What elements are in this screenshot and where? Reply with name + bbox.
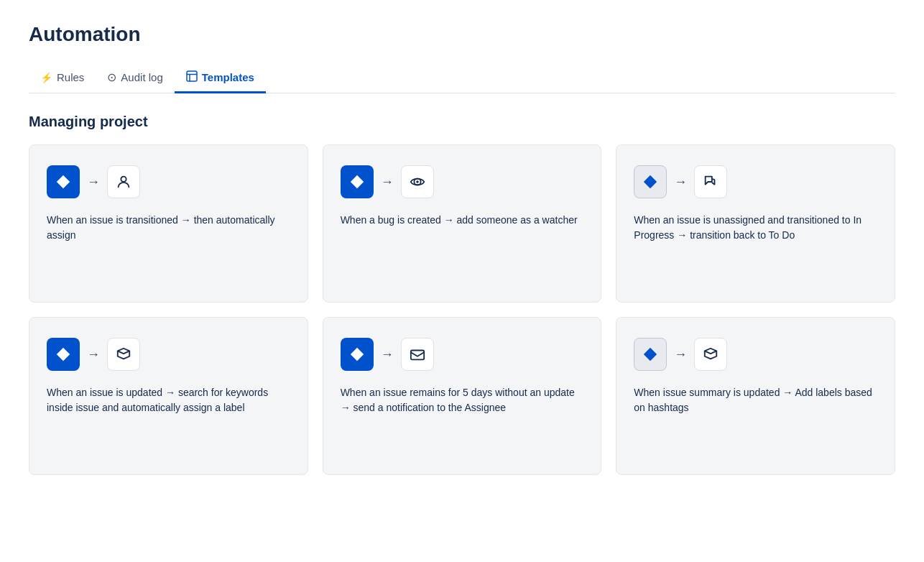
arrow-icon-1: →: [87, 175, 100, 190]
template-card-3[interactable]: → When an issue is unassigned and transi…: [616, 144, 895, 303]
action-icon-box-5: [401, 338, 434, 371]
svg-rect-6: [410, 351, 423, 360]
template-card-4[interactable]: → When an issue is updated → search for …: [29, 317, 308, 475]
arrow-icon-2: →: [381, 175, 394, 190]
card-3-icons: →: [634, 165, 877, 198]
cards-grid: → When an issue is transitioned → then a…: [29, 144, 895, 475]
card-1-description: When an issue is transitioned → then aut…: [47, 213, 290, 243]
trigger-icon-box-6: [634, 338, 667, 371]
arrow-icon-3: →: [674, 175, 687, 190]
card-2-description: When a bug is created → add someone as a…: [341, 213, 584, 228]
trigger-icon-box-5: [341, 338, 374, 371]
trigger-icon-box-2: [341, 165, 374, 198]
check-circle-icon: ⊙: [107, 70, 116, 84]
template-icon: [186, 70, 198, 84]
arrow-icon-6: →: [674, 347, 687, 362]
card-3-description: When an issue is unassigned and transiti…: [634, 213, 877, 243]
card-4-icons: →: [47, 338, 290, 371]
tab-templates[interactable]: Templates: [175, 63, 266, 93]
action-icon-box-6: [694, 338, 727, 371]
template-card-1[interactable]: → When an issue is transitioned → then a…: [29, 144, 308, 303]
card-1-icons: →: [47, 165, 290, 198]
svg-point-3: [121, 177, 126, 182]
page-title: Automation: [29, 23, 895, 46]
tab-audit-log[interactable]: ⊙ Audit log: [96, 63, 174, 93]
card-4-description: When an issue is updated → search for ke…: [47, 385, 290, 415]
template-card-6[interactable]: → When issue summary is updated → Add la…: [616, 317, 895, 475]
svg-point-5: [416, 180, 419, 183]
tabs-bar: ⚡ Rules ⊙ Audit log Templates: [29, 63, 895, 93]
template-card-2[interactable]: → When a bug is created → add someone as…: [323, 144, 602, 303]
action-icon-box-3: [694, 165, 727, 198]
tab-rules[interactable]: ⚡ Rules: [29, 64, 96, 93]
action-icon-box-4: [107, 338, 140, 371]
template-card-5[interactable]: → When an issue remains for 5 days witho…: [323, 317, 602, 475]
card-5-description: When an issue remains for 5 days without…: [341, 385, 584, 415]
card-6-icons: →: [634, 338, 877, 371]
card-2-icons: →: [341, 165, 584, 198]
trigger-icon-box-3: [634, 165, 667, 198]
lightning-icon: ⚡: [40, 72, 52, 83]
action-icon-box-2: [401, 165, 434, 198]
arrow-icon-4: →: [87, 347, 100, 362]
card-5-icons: →: [341, 338, 584, 371]
card-6-description: When issue summary is updated → Add labe…: [634, 385, 877, 415]
action-icon-box-1: [107, 165, 140, 198]
page-container: Automation ⚡ Rules ⊙ Audit log Templates…: [0, 0, 924, 498]
arrow-icon-5: →: [381, 347, 394, 362]
trigger-icon-box-1: [47, 165, 80, 198]
svg-rect-0: [187, 71, 197, 81]
section-title: Managing project: [29, 114, 895, 130]
trigger-icon-box-4: [47, 338, 80, 371]
